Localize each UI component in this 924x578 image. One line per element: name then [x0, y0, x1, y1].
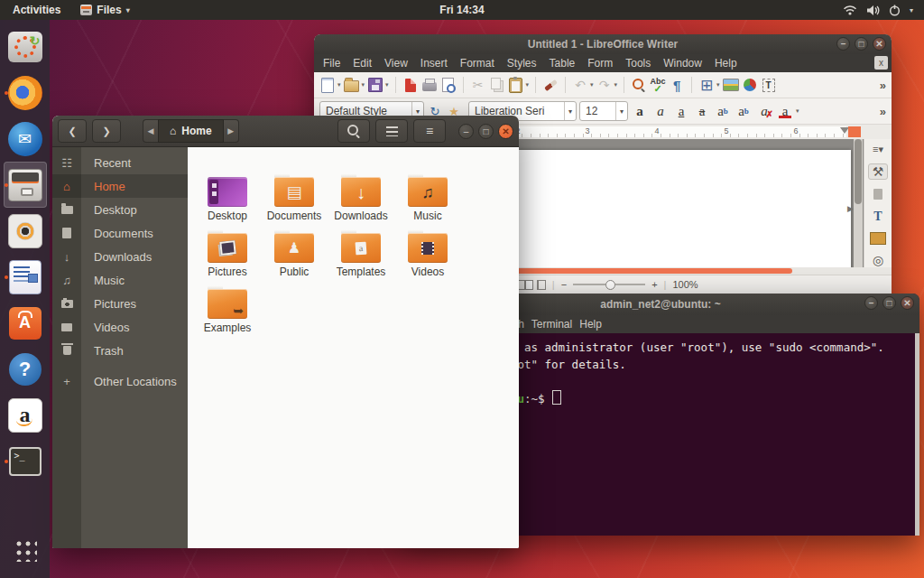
- writer-menu-item[interactable]: View: [384, 57, 408, 70]
- strikethrough-button[interactable]: a: [693, 101, 711, 121]
- combo-dropdown-icon[interactable]: ▾: [564, 102, 576, 120]
- minimize-button[interactable]: –: [458, 124, 474, 139]
- insert-chart-button[interactable]: [742, 75, 758, 95]
- clear-formatting-button[interactable]: a✗: [755, 101, 773, 121]
- spelling-button[interactable]: Abc✓: [650, 75, 666, 95]
- document-close-icon[interactable]: x: [874, 56, 888, 70]
- writer-menu-item[interactable]: Insert: [420, 57, 448, 70]
- sidebar-item-pictures[interactable]: Pictures: [52, 292, 188, 315]
- zoom-out-button[interactable]: −: [561, 279, 567, 290]
- insert-image-button[interactable]: [723, 75, 739, 95]
- undo-dropdown[interactable]: ▾: [590, 81, 594, 89]
- writer-menu-item[interactable]: Help: [715, 57, 737, 70]
- superscript-button[interactable]: ab: [714, 101, 732, 121]
- gallery-deck-icon[interactable]: [868, 232, 888, 245]
- search-button[interactable]: [337, 119, 370, 143]
- writer-menu-item[interactable]: Tools: [625, 57, 651, 70]
- writer-menu-item[interactable]: Format: [460, 57, 494, 70]
- print-preview-button[interactable]: [440, 75, 457, 95]
- sidebar-hide-handle[interactable]: ▶: [847, 204, 854, 213]
- paste-dropdown[interactable]: ▾: [526, 81, 530, 89]
- sidebar-item-home[interactable]: ⌂Home: [52, 174, 188, 198]
- italic-button[interactable]: a: [651, 101, 670, 121]
- insert-table-button[interactable]: ⊞: [698, 75, 715, 95]
- writer-menu-item[interactable]: Window: [663, 57, 702, 70]
- find-replace-button[interactable]: [631, 75, 647, 95]
- path-scroll-right-icon[interactable]: ▶: [224, 119, 239, 143]
- menu-button[interactable]: ≡: [413, 119, 446, 143]
- undo-button[interactable]: ↶: [572, 75, 588, 95]
- folder-item-desktop[interactable]: Desktop: [194, 172, 261, 228]
- cut-button[interactable]: ✂: [470, 75, 486, 95]
- clone-formatting-button[interactable]: [542, 75, 559, 95]
- close-button[interactable]: ✕: [498, 124, 513, 139]
- toolbar-overflow-button[interactable]: »: [880, 79, 886, 92]
- terminal-scrollbar[interactable]: [915, 333, 919, 536]
- terminal-menu-item[interactable]: Help: [579, 318, 602, 331]
- open-button[interactable]: [344, 75, 360, 95]
- save-dropdown[interactable]: ▾: [385, 81, 389, 89]
- folder-item-public[interactable]: ♟ Public: [261, 228, 328, 284]
- sidebar-item-videos[interactable]: Videos: [52, 315, 188, 339]
- dock-item-amazon[interactable]: a: [4, 392, 47, 438]
- folder-item-music[interactable]: ♫ Music: [394, 172, 461, 228]
- paste-button[interactable]: [508, 75, 524, 95]
- app-menu-button[interactable]: Files ▾: [73, 0, 136, 20]
- folder-item-videos[interactable]: Videos: [394, 228, 461, 284]
- close-button[interactable]: ✕: [901, 296, 914, 310]
- dock-item-libreoffice-writer[interactable]: [4, 254, 47, 300]
- font-color-button[interactable]: a: [776, 101, 794, 121]
- sidebar-item-downloads[interactable]: ↓Downloads: [52, 245, 188, 268]
- new-document-button[interactable]: [319, 75, 336, 95]
- open-dropdown[interactable]: ▾: [362, 81, 365, 89]
- vertical-scrollbar[interactable]: [854, 139, 863, 267]
- activities-button[interactable]: Activities: [0, 0, 73, 20]
- view-toggle-button[interactable]: [375, 119, 408, 143]
- writer-menu-item[interactable]: Edit: [353, 57, 372, 70]
- sidebar-item-desktop[interactable]: Desktop: [52, 198, 188, 221]
- maximize-button[interactable]: □: [478, 124, 494, 139]
- writer-menu-item[interactable]: Styles: [507, 57, 537, 70]
- dock-item-ubuntu-software[interactable]: A: [4, 300, 47, 346]
- styles-deck-icon[interactable]: T: [868, 210, 888, 224]
- save-button[interactable]: [367, 75, 383, 95]
- dock-item-thunderbird[interactable]: ✉: [4, 116, 47, 162]
- insert-table-dropdown[interactable]: ▾: [716, 81, 720, 89]
- sidebar-item-documents[interactable]: Documents: [52, 221, 188, 245]
- location-home-button[interactable]: ⌂ Home: [158, 119, 224, 143]
- clock[interactable]: Fri 14:34: [0, 4, 924, 16]
- writer-menu-item[interactable]: Form: [587, 57, 613, 70]
- forward-button[interactable]: ❯: [92, 119, 121, 143]
- redo-button[interactable]: ↷: [596, 75, 613, 95]
- navigator-deck-icon[interactable]: ◎: [868, 253, 888, 267]
- dock-item-terminal[interactable]: >_: [4, 438, 47, 484]
- font-color-dropdown[interactable]: ▾: [796, 107, 799, 115]
- writer-titlebar[interactable]: Untitled 1 - LibreOffice Writer – □ ✕: [314, 34, 892, 54]
- export-pdf-button[interactable]: [402, 75, 419, 95]
- page-deck-icon[interactable]: [868, 188, 888, 200]
- folder-item-documents[interactable]: ▤ Documents: [261, 172, 328, 228]
- show-applications-button[interactable]: [4, 527, 47, 573]
- font-size-combo[interactable]: 12 ▾: [579, 101, 628, 121]
- folder-item-templates[interactable]: a Templates: [328, 228, 394, 284]
- zoom-slider[interactable]: [573, 284, 645, 285]
- back-button[interactable]: ❮: [58, 119, 87, 143]
- system-tray[interactable]: ▾: [843, 5, 924, 16]
- dock-item-help[interactable]: ?: [4, 346, 47, 392]
- toolbar-overflow-button[interactable]: »: [880, 105, 886, 118]
- dock-item-software-updater[interactable]: [4, 23, 47, 70]
- book-view-icon[interactable]: [537, 280, 546, 290]
- files-headerbar[interactable]: ❮ ❯ ◀ ⌂ Home ▶ ≡ – □ ✕: [52, 116, 519, 147]
- underline-button[interactable]: a: [672, 101, 690, 121]
- new-document-dropdown[interactable]: ▾: [337, 81, 341, 89]
- properties-wrench-icon[interactable]: ⚒: [868, 163, 888, 180]
- sidebar-item-music[interactable]: ♫Music: [52, 268, 188, 292]
- minimize-button[interactable]: –: [864, 296, 878, 310]
- combo-dropdown-icon[interactable]: ▾: [615, 102, 627, 120]
- terminal-menu-item[interactable]: Terminal: [531, 318, 572, 331]
- sidebar-item-trash[interactable]: Trash: [52, 339, 188, 362]
- files-content-area[interactable]: Desktop ▤ Documents ↓ Downloads ♫ Music …: [188, 147, 519, 548]
- folder-item-pictures[interactable]: Pictures: [194, 228, 261, 284]
- dock-item-firefox[interactable]: [4, 70, 47, 116]
- bold-button[interactable]: a: [631, 101, 649, 121]
